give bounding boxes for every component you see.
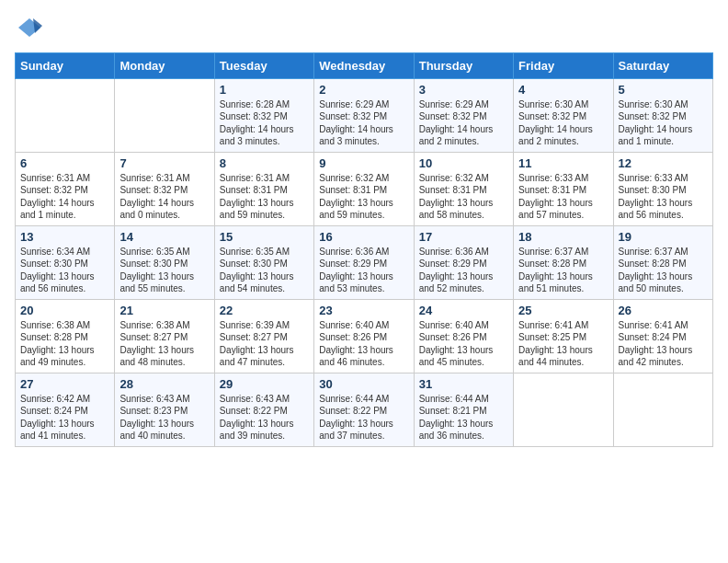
header-tuesday: Tuesday [214,52,313,78]
day-info: Sunrise: 6:32 AM Sunset: 8:31 PM Dayligh… [319,172,408,222]
day-cell: 16Sunrise: 6:36 AM Sunset: 8:29 PM Dayli… [314,225,414,299]
day-number: 31 [419,377,508,391]
week-row-2: 6Sunrise: 6:31 AM Sunset: 8:32 PM Daylig… [16,152,713,225]
day-number: 1 [220,83,309,97]
header-friday: Friday [514,52,613,78]
day-cell: 17Sunrise: 6:36 AM Sunset: 8:29 PM Dayli… [414,225,513,299]
day-cell [16,78,115,152]
day-number: 17 [419,230,508,244]
day-info: Sunrise: 6:37 AM Sunset: 8:28 PM Dayligh… [619,246,708,295]
day-number: 6 [20,156,109,170]
day-cell: 15Sunrise: 6:35 AM Sunset: 8:30 PM Dayli… [214,225,313,299]
day-info: Sunrise: 6:42 AM Sunset: 8:24 PM Dayligh… [20,393,109,442]
header-thursday: Thursday [414,52,513,78]
week-row-4: 20Sunrise: 6:38 AM Sunset: 8:28 PM Dayli… [16,299,713,373]
day-cell: 3Sunrise: 6:29 AM Sunset: 8:32 PM Daylig… [414,78,513,152]
header-sunday: Sunday [16,52,115,78]
day-info: Sunrise: 6:32 AM Sunset: 8:31 PM Dayligh… [419,172,508,222]
day-cell: 30Sunrise: 6:44 AM Sunset: 8:22 PM Dayli… [314,373,414,446]
week-row-5: 27Sunrise: 6:42 AM Sunset: 8:24 PM Dayli… [16,373,713,446]
day-number: 2 [319,83,408,97]
day-number: 9 [319,156,408,170]
day-info: Sunrise: 6:44 AM Sunset: 8:21 PM Dayligh… [419,393,508,442]
day-number: 10 [419,156,508,170]
day-number: 15 [220,230,309,244]
day-info: Sunrise: 6:43 AM Sunset: 8:23 PM Dayligh… [119,393,209,442]
day-info: Sunrise: 6:44 AM Sunset: 8:22 PM Dayligh… [319,393,408,442]
day-cell: 8Sunrise: 6:31 AM Sunset: 8:31 PM Daylig… [214,152,313,225]
day-info: Sunrise: 6:30 AM Sunset: 8:32 PM Dayligh… [518,98,608,148]
day-cell: 24Sunrise: 6:40 AM Sunset: 8:26 PM Dayli… [414,299,513,373]
day-info: Sunrise: 6:33 AM Sunset: 8:31 PM Dayligh… [518,172,608,222]
day-number: 5 [619,83,708,97]
day-cell: 27Sunrise: 6:42 AM Sunset: 8:24 PM Dayli… [16,373,115,446]
day-cell: 6Sunrise: 6:31 AM Sunset: 8:32 PM Daylig… [16,152,115,225]
day-cell: 5Sunrise: 6:30 AM Sunset: 8:32 PM Daylig… [613,78,712,152]
day-cell: 13Sunrise: 6:34 AM Sunset: 8:30 PM Dayli… [16,225,115,299]
day-number: 18 [518,230,608,244]
day-info: Sunrise: 6:29 AM Sunset: 8:32 PM Dayligh… [419,98,508,148]
logo-icon [17,15,42,40]
week-row-1: 1Sunrise: 6:28 AM Sunset: 8:32 PM Daylig… [16,78,713,152]
day-info: Sunrise: 6:35 AM Sunset: 8:30 PM Dayligh… [220,246,309,295]
page-header [15,15,713,45]
day-info: Sunrise: 6:40 AM Sunset: 8:26 PM Dayligh… [319,319,408,369]
header-wednesday: Wednesday [314,52,414,78]
day-number: 11 [518,156,608,170]
day-info: Sunrise: 6:41 AM Sunset: 8:25 PM Dayligh… [518,319,608,369]
day-number: 4 [518,83,608,97]
day-cell: 31Sunrise: 6:44 AM Sunset: 8:21 PM Dayli… [414,373,513,446]
day-cell: 29Sunrise: 6:43 AM Sunset: 8:22 PM Dayli… [214,373,313,446]
day-cell [115,78,214,152]
day-number: 14 [119,230,209,244]
day-info: Sunrise: 6:29 AM Sunset: 8:32 PM Dayligh… [319,98,408,148]
day-info: Sunrise: 6:38 AM Sunset: 8:27 PM Dayligh… [119,319,209,369]
header-monday: Monday [115,52,214,78]
day-cell [613,373,712,446]
day-cell: 14Sunrise: 6:35 AM Sunset: 8:30 PM Dayli… [115,225,214,299]
day-info: Sunrise: 6:31 AM Sunset: 8:32 PM Dayligh… [119,172,209,222]
day-info: Sunrise: 6:31 AM Sunset: 8:31 PM Dayligh… [220,172,309,222]
day-cell: 20Sunrise: 6:38 AM Sunset: 8:28 PM Dayli… [16,299,115,373]
day-info: Sunrise: 6:37 AM Sunset: 8:28 PM Dayligh… [518,246,608,295]
day-cell: 22Sunrise: 6:39 AM Sunset: 8:27 PM Dayli… [214,299,313,373]
day-info: Sunrise: 6:36 AM Sunset: 8:29 PM Dayligh… [419,246,508,295]
day-number: 22 [220,304,309,317]
day-number: 16 [319,230,408,244]
day-cell: 19Sunrise: 6:37 AM Sunset: 8:28 PM Dayli… [613,225,712,299]
day-cell: 12Sunrise: 6:33 AM Sunset: 8:30 PM Dayli… [613,152,712,225]
day-info: Sunrise: 6:34 AM Sunset: 8:30 PM Dayligh… [20,246,109,295]
day-cell: 18Sunrise: 6:37 AM Sunset: 8:28 PM Dayli… [514,225,613,299]
day-number: 27 [20,377,109,391]
day-info: Sunrise: 6:41 AM Sunset: 8:24 PM Dayligh… [619,319,708,369]
day-cell: 4Sunrise: 6:30 AM Sunset: 8:32 PM Daylig… [514,78,613,152]
day-info: Sunrise: 6:35 AM Sunset: 8:30 PM Dayligh… [119,246,209,295]
day-cell: 7Sunrise: 6:31 AM Sunset: 8:32 PM Daylig… [115,152,214,225]
day-cell: 21Sunrise: 6:38 AM Sunset: 8:27 PM Dayli… [115,299,214,373]
day-info: Sunrise: 6:30 AM Sunset: 8:32 PM Dayligh… [619,98,708,148]
day-cell: 2Sunrise: 6:29 AM Sunset: 8:32 PM Daylig… [314,78,414,152]
day-number: 8 [220,156,309,170]
day-info: Sunrise: 6:40 AM Sunset: 8:26 PM Dayligh… [419,319,508,369]
calendar-table: SundayMondayTuesdayWednesdayThursdayFrid… [15,52,713,447]
day-number: 24 [419,304,508,317]
day-number: 13 [20,230,109,244]
day-cell: 26Sunrise: 6:41 AM Sunset: 8:24 PM Dayli… [613,299,712,373]
day-number: 30 [319,377,408,391]
day-number: 26 [619,304,708,317]
day-info: Sunrise: 6:28 AM Sunset: 8:32 PM Dayligh… [220,98,309,148]
day-number: 20 [20,304,109,317]
day-number: 28 [119,377,209,391]
day-number: 25 [518,304,608,317]
day-cell: 23Sunrise: 6:40 AM Sunset: 8:26 PM Dayli… [314,299,414,373]
day-cell: 28Sunrise: 6:43 AM Sunset: 8:23 PM Dayli… [115,373,214,446]
day-info: Sunrise: 6:39 AM Sunset: 8:27 PM Dayligh… [220,319,309,369]
day-info: Sunrise: 6:33 AM Sunset: 8:30 PM Dayligh… [619,172,708,222]
day-number: 23 [319,304,408,317]
day-number: 29 [220,377,309,391]
day-number: 3 [419,83,508,97]
day-cell: 25Sunrise: 6:41 AM Sunset: 8:25 PM Dayli… [514,299,613,373]
day-cell: 9Sunrise: 6:32 AM Sunset: 8:31 PM Daylig… [314,152,414,225]
day-info: Sunrise: 6:43 AM Sunset: 8:22 PM Dayligh… [220,393,309,442]
week-row-3: 13Sunrise: 6:34 AM Sunset: 8:30 PM Dayli… [16,225,713,299]
